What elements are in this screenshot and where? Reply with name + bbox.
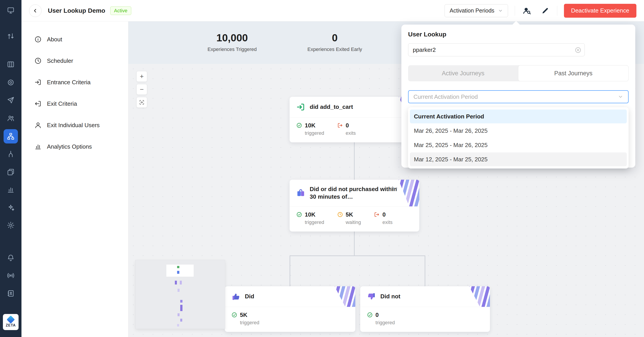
node-entrance[interactable]: did add_to_cart 10Ktriggered 0exits xyxy=(290,97,419,142)
clear-input-icon[interactable] xyxy=(575,47,582,53)
node-header: Did not xyxy=(360,286,490,307)
minimap[interactable] xyxy=(136,260,225,329)
node-split[interactable]: Did or did not purchased within 30 minut… xyxy=(290,180,419,232)
activation-periods-dropdown[interactable]: Activation Periods xyxy=(444,4,508,17)
thumbs-up-icon xyxy=(232,292,240,301)
check-circle-icon xyxy=(296,212,302,217)
back-button[interactable] xyxy=(29,4,42,17)
stat-label: triggered xyxy=(305,219,324,225)
stat-label: triggered xyxy=(376,320,395,326)
exit-arrow-icon xyxy=(374,212,380,217)
minimap-node-mark xyxy=(178,289,180,292)
activation-period-select[interactable]: Current Activation Period xyxy=(408,90,628,103)
clock-icon xyxy=(34,57,42,64)
stat-value: 10K xyxy=(305,122,324,129)
edge-entrance-to-split xyxy=(354,138,355,180)
minimap-node-mark xyxy=(175,281,177,285)
node-did[interactable]: Did 5Ktriggered xyxy=(225,286,355,332)
windows-icon[interactable] xyxy=(6,168,15,177)
minimap-node-mark xyxy=(177,271,179,274)
check-circle-icon xyxy=(232,312,237,318)
edge-split-down xyxy=(354,227,355,256)
node-title: Did or did not purchased within 30 minut… xyxy=(310,185,399,201)
node-corner-decoration xyxy=(456,286,490,307)
option-period-2[interactable]: Mar 25, 2025 - Mar 26, 2025 xyxy=(410,138,627,152)
stat-value: 10K xyxy=(305,211,324,218)
node-title: Did xyxy=(245,293,254,300)
sidebar-item-scheduler[interactable]: Scheduler xyxy=(22,50,128,71)
fit-view-button[interactable] xyxy=(136,97,147,108)
tab-past-journeys[interactable]: Past Journeys xyxy=(518,65,628,81)
user-search-input[interactable] xyxy=(413,46,572,53)
stat-triggered: 10Ktriggered xyxy=(296,122,324,136)
zeta-logo-diamond xyxy=(7,316,15,324)
target-icon[interactable] xyxy=(6,78,15,87)
node-stats: 10Ktriggered 5Kwaiting 0exits xyxy=(290,207,419,232)
minimap-node-mark xyxy=(180,305,182,311)
settings-gear-icon[interactable] xyxy=(6,221,15,230)
header-divider xyxy=(557,6,557,16)
activation-periods-label: Activation Periods xyxy=(450,7,494,14)
minimap-node-mark xyxy=(180,281,182,285)
deactivate-experience-button[interactable]: Deactivate Experience xyxy=(564,4,636,18)
minimap-node-mark xyxy=(177,324,179,327)
zeta-logo-text: ZETA xyxy=(6,323,16,328)
edit-pencil-icon[interactable] xyxy=(540,5,550,16)
split-rail-icon[interactable] xyxy=(6,149,15,158)
entrance-node-icon xyxy=(296,103,305,111)
sidebar-item-label: About xyxy=(47,36,62,43)
option-period-1[interactable]: Mar 26, 2025 - Mar 26, 2025 xyxy=(410,124,627,138)
board-icon[interactable] xyxy=(6,60,15,69)
stat-label: exits xyxy=(346,130,356,136)
chevron-down-icon xyxy=(618,94,623,99)
thumbs-down-icon xyxy=(367,292,376,301)
edge-branch-horizontal xyxy=(290,255,425,256)
send-icon[interactable] xyxy=(6,96,15,105)
automation-icon[interactable] xyxy=(6,32,15,41)
stat-value: 0 xyxy=(308,32,362,44)
activation-period-select-value: Current Activation Period xyxy=(414,93,478,100)
stat-value: 5K xyxy=(346,211,361,218)
sidebar-item-label: Entrance Criteria xyxy=(47,79,90,86)
more-options-icon[interactable] xyxy=(390,186,398,190)
minimap-node-mark xyxy=(177,266,179,268)
tab-active-journeys[interactable]: Active Journeys xyxy=(408,65,518,81)
minimap-viewport[interactable] xyxy=(166,265,194,277)
minimap-node-mark xyxy=(180,319,182,322)
popup-title: User Lookup xyxy=(408,31,628,38)
sidebar-item-entrance-criteria[interactable]: Entrance Criteria xyxy=(22,71,128,93)
node-header: did add_to_cart xyxy=(290,97,419,118)
zeta-logo[interactable]: ZETA xyxy=(3,314,18,330)
sidebar-item-analytics-options[interactable]: Analytics Options xyxy=(22,136,128,157)
check-circle-icon xyxy=(367,312,373,318)
reports-icon[interactable] xyxy=(6,185,15,194)
docs-book-icon[interactable] xyxy=(6,289,15,298)
activation-period-dropdown-menu: Current Activation Period Mar 26, 2025 -… xyxy=(408,107,628,168)
node-stats: 0triggered xyxy=(360,307,490,332)
node-title: did add_to_cart xyxy=(310,103,353,111)
user-lookup-icon[interactable] xyxy=(522,5,532,16)
sidebar-item-exit-individual-users[interactable]: Exit Individual Users xyxy=(22,114,128,136)
screen-icon[interactable] xyxy=(6,6,15,15)
notifications-bell-icon[interactable] xyxy=(6,253,15,262)
user-search-field[interactable] xyxy=(408,43,585,56)
audience-icon[interactable] xyxy=(6,114,15,123)
option-period-3[interactable]: Mar 12, 2025 - Mar 25, 2025 xyxy=(410,152,627,166)
zoom-out-button[interactable]: − xyxy=(136,84,147,95)
stat-experiences-triggered: 10,000 Experiences Triggered xyxy=(208,32,257,52)
broadcast-icon[interactable] xyxy=(6,271,15,280)
sidebar-item-exit-criteria[interactable]: Exit Criteria xyxy=(22,93,128,114)
node-did-not[interactable]: Did not 0triggered xyxy=(360,286,490,332)
app-screen: ZETA User Lookup Demo Active Activation … xyxy=(0,0,644,337)
header-bar: User Lookup Demo Active Activation Perio… xyxy=(22,0,644,21)
sidebar-item-about[interactable]: About xyxy=(22,29,128,50)
stat-triggered: 10Ktriggered xyxy=(296,211,324,225)
sparkles-icon[interactable] xyxy=(6,203,15,212)
journeys-icon-active[interactable] xyxy=(4,129,18,143)
info-icon xyxy=(34,36,42,43)
header-divider xyxy=(515,6,515,16)
zoom-in-button[interactable]: + xyxy=(136,71,147,82)
stat-value: 0 xyxy=(376,312,395,319)
option-current-activation-period[interactable]: Current Activation Period xyxy=(410,109,627,123)
stat-exits: 0exits xyxy=(337,122,356,136)
